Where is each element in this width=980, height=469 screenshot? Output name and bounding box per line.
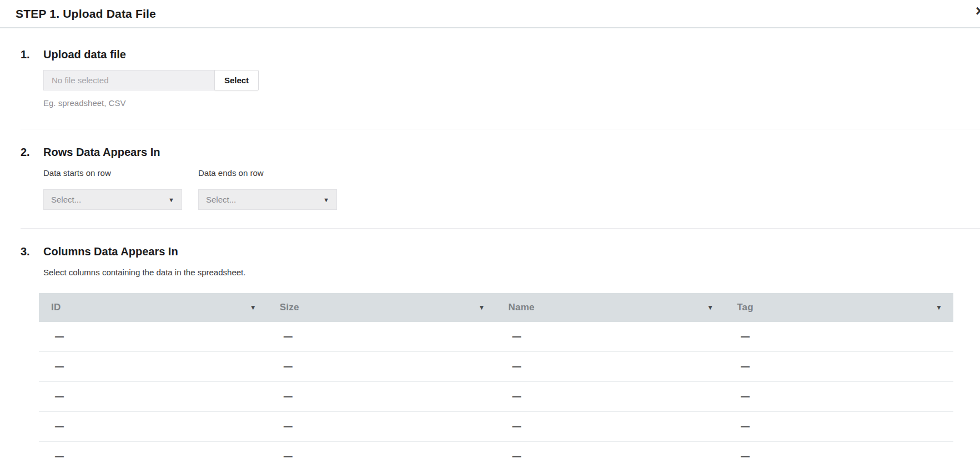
file-upload-group: Select (43, 70, 980, 90)
columns-table: ID ▼ Size ▼ Name ▼ Tag ▼ — — — — — — (39, 293, 953, 469)
close-icon[interactable]: × (976, 4, 980, 19)
table-cell: — (496, 452, 725, 462)
table-cell: — (268, 452, 496, 462)
table-row: — — — — (39, 412, 953, 442)
table-row: — — — — (39, 442, 953, 469)
filter-arrow-icon[interactable]: ▼ (936, 304, 942, 311)
column-header-id[interactable]: ID ▼ (39, 302, 268, 313)
section-1-title: Upload data file (43, 48, 126, 61)
row-range-selects: Select... ▼ Select... ▼ (43, 189, 980, 210)
table-cell: — (725, 422, 953, 432)
filter-arrow-icon[interactable]: ▼ (479, 304, 485, 311)
column-header-label: Size (280, 302, 299, 313)
column-header-name[interactable]: Name ▼ (496, 302, 725, 313)
columns-description: Select columns containing the data in th… (43, 268, 980, 277)
filter-arrow-icon[interactable]: ▼ (250, 304, 257, 311)
table-cell: — (39, 362, 268, 372)
table-cell: — (496, 422, 725, 432)
data-ends-row-value: Select... (206, 195, 236, 204)
table-row: — — — — (39, 382, 953, 412)
table-cell: — (39, 392, 268, 402)
table-header-row: ID ▼ Size ▼ Name ▼ Tag ▼ (39, 293, 953, 322)
table-cell: — (725, 362, 953, 372)
chevron-down-icon: ▼ (323, 196, 329, 203)
column-header-label: Tag (737, 302, 753, 313)
table-cell: — (268, 332, 496, 342)
table-cell: — (268, 422, 496, 432)
data-ends-label: Data ends on row (198, 168, 353, 178)
table-cell: — (39, 332, 268, 342)
table-cell: — (496, 392, 725, 402)
table-row: — — — — (39, 322, 953, 352)
column-header-tag[interactable]: Tag ▼ (725, 302, 953, 313)
table-cell: — (268, 362, 496, 372)
section-2-title: Rows Data Appears In (43, 145, 160, 159)
section-divider (21, 129, 980, 129)
table-cell: — (39, 452, 268, 462)
table-cell: — (725, 332, 953, 342)
dialog-header: STEP 1. Upload Data File × (0, 0, 980, 28)
section-1-number: 1. (21, 48, 43, 61)
column-header-label: Name (509, 302, 535, 313)
column-header-size[interactable]: Size ▼ (268, 302, 496, 313)
dialog-body: 1. Upload data file Select Eg. spreadshe… (0, 48, 980, 469)
chevron-down-icon: ▼ (168, 196, 174, 203)
row-range-labels: Data starts on row Data ends on row (43, 168, 980, 178)
table-cell: — (725, 392, 953, 402)
section-3-title: Columns Data Appears In (43, 245, 178, 258)
filter-arrow-icon[interactable]: ▼ (707, 304, 713, 311)
column-header-label: ID (51, 302, 61, 313)
table-cell: — (496, 332, 725, 342)
section-3-heading: 3. Columns Data Appears In (21, 245, 980, 258)
table-cell: — (725, 452, 953, 462)
section-divider (21, 228, 980, 229)
data-starts-label: Data starts on row (43, 168, 198, 178)
file-helper-text: Eg. spreadsheet, CSV (43, 98, 980, 108)
data-starts-row-value: Select... (51, 195, 81, 204)
table-cell: — (39, 422, 268, 432)
section-1-heading: 1. Upload data file (21, 48, 980, 61)
table-row: — — — — (39, 352, 953, 382)
section-2-heading: 2. Rows Data Appears In (21, 145, 980, 159)
data-ends-row-select[interactable]: Select... ▼ (198, 189, 337, 210)
section-3-number: 3. (21, 245, 43, 258)
section-2-number: 2. (21, 145, 43, 159)
table-cell: — (268, 392, 496, 402)
table-cell: — (496, 362, 725, 372)
dialog-title: STEP 1. Upload Data File (16, 7, 156, 21)
data-starts-row-select[interactable]: Select... ▼ (43, 189, 182, 210)
file-input[interactable] (43, 70, 215, 90)
file-select-button[interactable]: Select (214, 70, 259, 90)
